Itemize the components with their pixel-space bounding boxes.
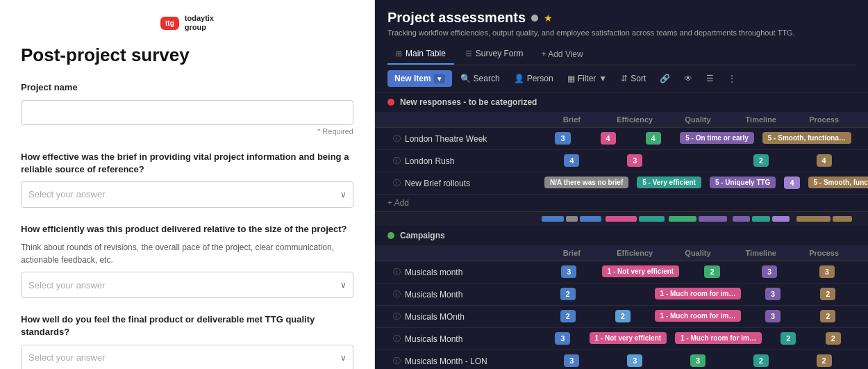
logo-line2: group <box>185 23 214 32</box>
logo-box: ttg <box>160 17 179 30</box>
col-header-process: Process <box>792 112 856 127</box>
columns-button[interactable]: ☰ <box>701 70 719 87</box>
form-section-quality: How well do you feel the final product o… <box>21 313 353 369</box>
group-header-campaigns: Campaigns <box>375 226 868 245</box>
search-label: Search <box>474 74 500 83</box>
cell-timeline: 3 <box>741 263 799 282</box>
add-row-button-1[interactable]: + Add <box>387 198 409 208</box>
cell-efficiency: 2 <box>595 307 650 327</box>
col-header-process-2: Process <box>792 245 856 261</box>
cell-brief: 3 <box>540 263 598 282</box>
select-wrapper-brief: Select your answer ∨ <box>21 181 353 208</box>
row-name: ⓘ London Rush <box>387 151 540 170</box>
cell-brief: 3 <box>540 129 585 149</box>
search-icon: 🔍 <box>460 74 471 83</box>
cell-efficiency: 5 - Very efficient <box>633 174 706 192</box>
summary-brief <box>540 216 603 222</box>
table-icon: ⊞ <box>396 49 402 58</box>
more-button[interactable]: ⋮ <box>722 70 742 87</box>
form-section-brief: How effective was the brief in providing… <box>21 151 353 208</box>
group-dot-red <box>387 99 394 106</box>
expand-icon: ⓘ <box>393 289 401 300</box>
cell-efficiency <box>595 292 650 297</box>
project-title-row: Project assessments ★ <box>387 10 856 26</box>
share-button[interactable]: 🔗 <box>654 70 676 87</box>
project-assessments-panel: Project assessments ★ Tracking workflow … <box>375 0 868 369</box>
cell-process: 2 <box>801 285 856 304</box>
row-name: ⓘ London Theatre Week <box>387 129 540 148</box>
label-quality: How well do you feel the final product o… <box>21 313 353 338</box>
expand-icon: ⓘ <box>393 156 401 166</box>
person-icon: 👤 <box>514 74 524 83</box>
summary-quality <box>667 216 730 222</box>
col-header-quality: Quality <box>667 112 730 127</box>
summary-row-1 <box>375 211 868 226</box>
apps-icon: ⋮ <box>728 74 736 83</box>
cell-quality: 1 - Much room for im… <box>671 329 766 348</box>
row-name: ⓘ Musicals Month <box>387 285 540 304</box>
input-project-name[interactable] <box>21 100 353 125</box>
cell-process: 5 - Smooth, functiona… <box>804 174 869 192</box>
label-efficiency: How efficiently was this product deliver… <box>21 223 353 236</box>
search-button[interactable]: 🔍 Search <box>455 70 506 87</box>
table-row[interactable]: ⓘ London Rush 4 3 2 4 <box>375 150 868 172</box>
cell-timeline: 5 - On time or early <box>676 129 758 148</box>
tab-survey-form[interactable]: ☰ Survey Form <box>457 44 532 65</box>
expand-icon: ⓘ <box>393 133 401 144</box>
table-row[interactable]: ⓘ Musicals month 3 1 - Not very efficien… <box>375 261 868 284</box>
logo-line1: todaytix <box>185 14 214 23</box>
cell-timeline: 4 <box>780 174 803 193</box>
tab-main-table[interactable]: ⊞ Main Table <box>387 44 454 65</box>
cell-efficiency: 1 - Not very efficient <box>585 329 671 348</box>
select-efficiency[interactable]: Select your answer <box>21 272 353 298</box>
table-row[interactable]: ⓘ New Brief rollouts N/A there was no br… <box>375 172 868 195</box>
filter-label: Filter <box>578 74 596 83</box>
toolbar: New Item ▼ 🔍 Search 👤 Person ▦ Filter ▼ … <box>375 65 868 92</box>
eye-button[interactable]: 👁 <box>678 70 698 87</box>
share-icon: 🔗 <box>660 74 670 83</box>
add-view-button[interactable]: + Add View <box>535 44 590 64</box>
project-title: Project assessments <box>387 10 526 26</box>
new-item-button[interactable]: New Item ▼ <box>387 70 452 87</box>
row-name: ⓘ Musicals MOnth <box>387 307 540 326</box>
cell-brief: 2 <box>540 285 595 304</box>
status-dot-icon <box>531 15 538 22</box>
expand-icon: ⓘ <box>393 267 401 277</box>
table-row[interactable]: ⓘ Musicals Month 2 1 - Much room for im…… <box>375 284 868 306</box>
cell-brief: 4 <box>540 151 603 171</box>
select-brief[interactable]: Select your answer <box>21 181 353 208</box>
sort-button[interactable]: ⇵ Sort <box>615 70 651 87</box>
select-wrapper-efficiency: Select your answer ∨ <box>21 272 353 298</box>
col-header-name <box>387 112 540 127</box>
cell-process: 5 - Smooth, functiona… <box>758 129 856 148</box>
cell-timeline: 3 <box>745 285 800 304</box>
table-row[interactable]: ⓘ Musicals Month - LON 3 3 3 2 2 <box>375 350 868 369</box>
form-section-project-name: Project name * Required <box>21 81 353 135</box>
cell-timeline: 2 <box>729 151 792 171</box>
col-header-brief: Brief <box>540 112 603 127</box>
cell-efficiency: 3 <box>603 352 667 370</box>
select-quality[interactable]: Select your answer <box>21 345 353 370</box>
filter-button[interactable]: ▦ Filter ▼ <box>562 70 613 87</box>
table-row[interactable]: ⓘ Musicals Month 3 1 - Not very efficien… <box>375 328 868 350</box>
table-row[interactable]: ⓘ Musicals MOnth 2 2 1 - Much room for i… <box>375 306 868 328</box>
survey-title: Post-project survey <box>21 44 353 66</box>
col-header-quality-2: Quality <box>667 245 730 261</box>
col-header-timeline-2: Timeline <box>729 245 792 261</box>
summary-efficiency <box>603 216 667 222</box>
col-header-name-2 <box>387 245 540 261</box>
form-icon: ☰ <box>465 49 472 58</box>
group-dot-green <box>387 232 394 239</box>
table-row[interactable]: ⓘ London Theatre Week 3 4 4 5 - On time … <box>375 128 868 150</box>
star-icon[interactable]: ★ <box>544 13 553 24</box>
expand-icon: ⓘ <box>393 178 401 188</box>
sort-icon: ⇵ <box>621 74 628 83</box>
col-header-timeline: Timeline <box>729 112 792 127</box>
cell-quality: 3 <box>667 352 730 370</box>
label-project-name: Project name <box>21 81 353 94</box>
group-new-responses: New responses - to be categorized Brief … <box>375 92 868 226</box>
row-name: ⓘ Musicals month <box>387 263 540 281</box>
person-button[interactable]: 👤 Person <box>508 70 559 87</box>
cell-quality: 1 - Much room for im… <box>651 307 746 326</box>
cell-process: 3 <box>798 263 856 282</box>
